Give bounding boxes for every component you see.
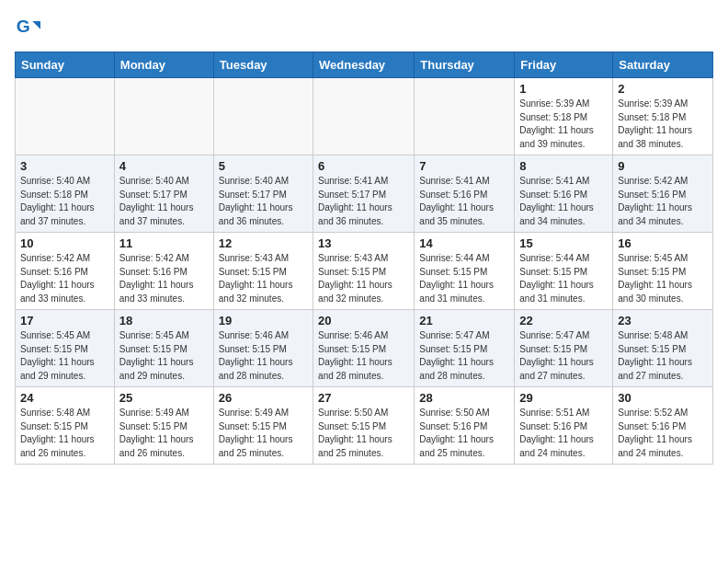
day-cell: [114, 78, 213, 155]
day-cell: 30Sunrise: 5:52 AM Sunset: 5:16 PM Dayli…: [613, 387, 713, 465]
header: G: [15, 15, 713, 40]
day-number: 20: [318, 314, 409, 327]
day-number: 15: [519, 236, 608, 250]
day-number: 3: [20, 159, 109, 173]
day-number: 6: [318, 159, 409, 173]
week-row-3: 10Sunrise: 5:42 AM Sunset: 5:16 PM Dayli…: [16, 233, 713, 310]
day-cell: [16, 78, 115, 155]
day-info: Sunrise: 5:47 AM Sunset: 5:15 PM Dayligh…: [419, 329, 509, 383]
week-row-4: 17Sunrise: 5:45 AM Sunset: 5:15 PM Dayli…: [16, 310, 713, 387]
day-cell: 12Sunrise: 5:43 AM Sunset: 5:15 PM Dayli…: [213, 233, 313, 310]
day-cell: 25Sunrise: 5:49 AM Sunset: 5:15 PM Dayli…: [114, 387, 213, 465]
day-number: 9: [618, 159, 708, 173]
day-info: Sunrise: 5:40 AM Sunset: 5:18 PM Dayligh…: [20, 175, 109, 228]
day-number: 28: [419, 391, 509, 405]
day-cell: 6Sunrise: 5:41 AM Sunset: 5:17 PM Daylig…: [313, 155, 415, 233]
day-info: Sunrise: 5:47 AM Sunset: 5:15 PM Dayligh…: [519, 329, 608, 383]
day-cell: 1Sunrise: 5:39 AM Sunset: 5:18 PM Daylig…: [515, 78, 613, 155]
day-cell: 22Sunrise: 5:47 AM Sunset: 5:15 PM Dayli…: [515, 310, 613, 387]
day-cell: 15Sunrise: 5:44 AM Sunset: 5:15 PM Dayli…: [515, 233, 613, 310]
weekday-header-row: SundayMondayTuesdayWednesdayThursdayFrid…: [16, 52, 713, 78]
day-cell: 13Sunrise: 5:43 AM Sunset: 5:15 PM Dayli…: [313, 233, 415, 310]
day-number: 29: [519, 391, 608, 405]
day-number: 2: [618, 82, 708, 96]
day-info: Sunrise: 5:41 AM Sunset: 5:17 PM Dayligh…: [318, 175, 409, 228]
day-info: Sunrise: 5:43 AM Sunset: 5:15 PM Dayligh…: [318, 252, 409, 305]
day-info: Sunrise: 5:51 AM Sunset: 5:16 PM Dayligh…: [519, 407, 608, 460]
day-cell: 2Sunrise: 5:39 AM Sunset: 5:18 PM Daylig…: [613, 78, 713, 155]
weekday-header-thursday: Thursday: [415, 52, 515, 78]
day-info: Sunrise: 5:39 AM Sunset: 5:18 PM Dayligh…: [519, 98, 608, 151]
day-number: 17: [20, 314, 109, 327]
day-cell: 21Sunrise: 5:47 AM Sunset: 5:15 PM Dayli…: [415, 310, 515, 387]
day-cell: 19Sunrise: 5:46 AM Sunset: 5:15 PM Dayli…: [213, 310, 313, 387]
day-info: Sunrise: 5:45 AM Sunset: 5:15 PM Dayligh…: [20, 329, 109, 383]
day-number: 1: [519, 82, 608, 96]
day-cell: 27Sunrise: 5:50 AM Sunset: 5:15 PM Dayli…: [313, 387, 415, 465]
day-info: Sunrise: 5:41 AM Sunset: 5:16 PM Dayligh…: [419, 175, 509, 228]
svg-marker-2: [32, 21, 40, 29]
day-cell: 18Sunrise: 5:45 AM Sunset: 5:15 PM Dayli…: [114, 310, 213, 387]
weekday-header-sunday: Sunday: [16, 52, 115, 78]
day-number: 13: [318, 236, 409, 250]
day-info: Sunrise: 5:45 AM Sunset: 5:15 PM Dayligh…: [119, 329, 209, 383]
logo-icon: G: [15, 15, 40, 40]
day-number: 27: [318, 391, 409, 405]
day-info: Sunrise: 5:42 AM Sunset: 5:16 PM Dayligh…: [20, 252, 109, 305]
day-info: Sunrise: 5:41 AM Sunset: 5:16 PM Dayligh…: [519, 175, 608, 228]
weekday-header-saturday: Saturday: [613, 52, 713, 78]
day-number: 12: [219, 236, 308, 250]
day-info: Sunrise: 5:42 AM Sunset: 5:16 PM Dayligh…: [618, 175, 708, 228]
day-cell: [313, 78, 415, 155]
logo: G: [15, 15, 44, 40]
day-cell: 7Sunrise: 5:41 AM Sunset: 5:16 PM Daylig…: [415, 155, 515, 233]
day-cell: 24Sunrise: 5:48 AM Sunset: 5:15 PM Dayli…: [16, 387, 115, 465]
day-cell: 28Sunrise: 5:50 AM Sunset: 5:16 PM Dayli…: [415, 387, 515, 465]
day-number: 10: [20, 236, 109, 250]
day-cell: 14Sunrise: 5:44 AM Sunset: 5:15 PM Dayli…: [415, 233, 515, 310]
weekday-header-tuesday: Tuesday: [213, 52, 313, 78]
svg-text:G: G: [17, 17, 30, 36]
day-number: 21: [419, 314, 509, 327]
day-info: Sunrise: 5:44 AM Sunset: 5:15 PM Dayligh…: [519, 252, 608, 305]
day-info: Sunrise: 5:50 AM Sunset: 5:16 PM Dayligh…: [419, 407, 509, 460]
weekday-header-monday: Monday: [114, 52, 213, 78]
day-number: 19: [219, 314, 308, 327]
day-cell: 29Sunrise: 5:51 AM Sunset: 5:16 PM Dayli…: [515, 387, 613, 465]
day-number: 7: [419, 159, 509, 173]
day-cell: 17Sunrise: 5:45 AM Sunset: 5:15 PM Dayli…: [16, 310, 115, 387]
week-row-2: 3Sunrise: 5:40 AM Sunset: 5:18 PM Daylig…: [16, 155, 713, 233]
day-number: 8: [519, 159, 608, 173]
day-cell: [415, 78, 515, 155]
day-number: 4: [119, 159, 209, 173]
day-info: Sunrise: 5:49 AM Sunset: 5:15 PM Dayligh…: [219, 407, 308, 460]
day-number: 14: [419, 236, 509, 250]
calendar-table: SundayMondayTuesdayWednesdayThursdayFrid…: [15, 52, 713, 465]
calendar-page: G SundayMondayTuesdayWednesdayThursdayFr…: [0, 0, 728, 479]
day-info: Sunrise: 5:45 AM Sunset: 5:15 PM Dayligh…: [618, 252, 708, 305]
day-info: Sunrise: 5:52 AM Sunset: 5:16 PM Dayligh…: [618, 407, 708, 460]
day-number: 18: [119, 314, 209, 327]
day-cell: 20Sunrise: 5:46 AM Sunset: 5:15 PM Dayli…: [313, 310, 415, 387]
day-number: 22: [519, 314, 608, 327]
week-row-5: 24Sunrise: 5:48 AM Sunset: 5:15 PM Dayli…: [16, 387, 713, 465]
day-number: 24: [20, 391, 109, 405]
day-number: 30: [618, 391, 708, 405]
day-number: 23: [618, 314, 708, 327]
day-cell: 10Sunrise: 5:42 AM Sunset: 5:16 PM Dayli…: [16, 233, 115, 310]
day-cell: 3Sunrise: 5:40 AM Sunset: 5:18 PM Daylig…: [16, 155, 115, 233]
day-number: 5: [219, 159, 308, 173]
day-info: Sunrise: 5:46 AM Sunset: 5:15 PM Dayligh…: [318, 329, 409, 383]
day-cell: 11Sunrise: 5:42 AM Sunset: 5:16 PM Dayli…: [114, 233, 213, 310]
day-info: Sunrise: 5:46 AM Sunset: 5:15 PM Dayligh…: [219, 329, 308, 383]
day-number: 26: [219, 391, 308, 405]
weekday-header-wednesday: Wednesday: [313, 52, 415, 78]
day-number: 25: [119, 391, 209, 405]
day-cell: 4Sunrise: 5:40 AM Sunset: 5:17 PM Daylig…: [114, 155, 213, 233]
weekday-header-friday: Friday: [515, 52, 613, 78]
day-number: 11: [119, 236, 209, 250]
day-info: Sunrise: 5:40 AM Sunset: 5:17 PM Dayligh…: [219, 175, 308, 228]
day-info: Sunrise: 5:49 AM Sunset: 5:15 PM Dayligh…: [119, 407, 209, 460]
day-cell: 16Sunrise: 5:45 AM Sunset: 5:15 PM Dayli…: [613, 233, 713, 310]
day-info: Sunrise: 5:48 AM Sunset: 5:15 PM Dayligh…: [20, 407, 109, 460]
